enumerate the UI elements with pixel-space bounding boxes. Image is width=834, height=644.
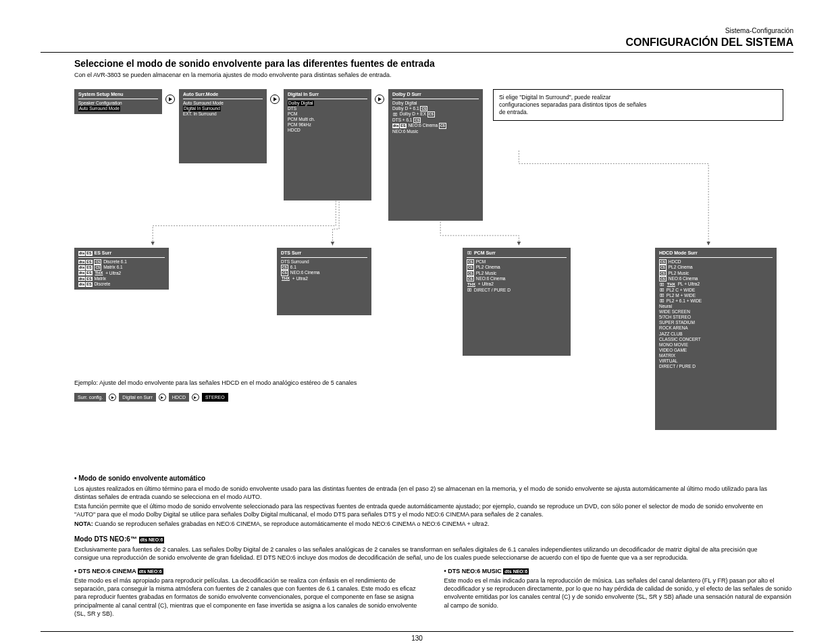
chip-surr-config: Surr. config.: [74, 393, 106, 402]
dolby-icon: ▯▯: [467, 250, 472, 256]
cs-icon: CS: [420, 106, 427, 111]
two-columns: • DTS NEO:6 CINEMA dts NEO:6 Este modo e…: [74, 567, 793, 618]
dts-icon: dts: [78, 251, 85, 256]
note-line: NOTA: Cuando se reproducen señales graba…: [74, 520, 783, 528]
auto-surround-title: • Modo de sonido envolvente automático: [74, 474, 783, 483]
thx-icon: THX: [94, 271, 103, 276]
note-box: Si elige "Digital In Surround", puede re…: [493, 89, 783, 121]
menu-dolby-d-surr: Dolby D Surr Dolby Digital Dolby D + 6.1…: [388, 89, 483, 221]
body-text: • Modo de sonido envolvente automático L…: [74, 474, 783, 562]
cs-icon: CS: [427, 111, 435, 117]
example-label: Ejemplo: Ajuste del modo envolvente para…: [74, 379, 357, 386]
dts-icon: dts: [392, 124, 399, 128]
arrow-icon: [375, 95, 384, 104]
sub-menu-pcm: ▯▯ PCM Surr CS PCM CS PL2 Cinema CS PL2 …: [463, 248, 571, 356]
cs-icon: CS: [439, 123, 446, 128]
header-subtitle: Sistema-Configuración: [41, 27, 793, 34]
neo6-title: Modo DTS NEO:6™ dts NEO:6: [74, 535, 783, 544]
menu-digital-in: Digital In Surr Dolby Digital DTS PCM PC…: [284, 89, 371, 200]
sub-menu-es: dtsES ES Surr dtsES CS Discrete 6.1 dtsE…: [74, 248, 169, 290]
sub-menu-hdcd: HDCD Mode Surr CS HDCD CS PL2 Cinema CS …: [655, 248, 777, 430]
neo6-desc: Exclusivamente para fuentes de 2 canales…: [74, 545, 783, 562]
menu-auto-surr: Auto Surr.Mode Auto Surround Mode Digita…: [179, 89, 267, 163]
arrow-icon: [165, 95, 175, 104]
es-icon: ES: [86, 251, 92, 256]
auto-surround-p2: Esta función permite que el último modo …: [74, 502, 783, 518]
sub-menu-dts: DTS Surr DTS Surround CS 6.1 CS NEO:6 Ci…: [277, 248, 371, 315]
menu-system-setup: System Setup Menu Speaker Configuration …: [74, 89, 162, 114]
col2-text: Este modo es el más indicado para la rep…: [444, 576, 794, 610]
dolby-icon: ▯▯: [392, 112, 398, 117]
dts-es-icon: ES: [400, 124, 406, 128]
cs-icon: CS: [413, 117, 421, 123]
dts-neo6-icon: dts NEO:6: [138, 568, 163, 574]
arrow-icon: [270, 95, 280, 104]
header-title: CONFIGURACIÓN DEL SISTEMA: [41, 36, 793, 53]
chip-digital-in: Digital en Surr: [119, 393, 155, 402]
col1-title: • DTS NEO:6 CINEMA dts NEO:6: [74, 567, 424, 575]
chip-hdcd: HDCD: [169, 393, 189, 402]
breadcrumb-chips: Surr. config. Digital en Surr HDCD STERE…: [74, 393, 228, 402]
menu-flow-diagram: System Setup Menu Speaker Configuration …: [74, 82, 793, 467]
dts-icon: dts: [78, 260, 85, 265]
col2-title: • DTS NEO:6 MUSIC dts NEO:6: [444, 567, 794, 575]
section-note: Con el AVR-3803 se pueden almacenar en l…: [74, 72, 793, 78]
arrow-icon: [192, 394, 199, 401]
auto-surround-p1: Los ajustes realizados en último término…: [74, 485, 783, 501]
chip-stereo: STEREO: [202, 393, 228, 402]
dts-neo6-icon: dts NEO:6: [503, 568, 529, 574]
dts-neo6-icon: dts NEO:6: [139, 537, 165, 543]
arrow-icon: [109, 394, 116, 401]
arrow-icon: [159, 394, 166, 401]
col1-text: Este modo es el más apropiado para repro…: [74, 576, 424, 618]
page-footer: 130: [41, 631, 793, 642]
section-title: Seleccione el modo de sonido envolvente …: [74, 58, 793, 69]
